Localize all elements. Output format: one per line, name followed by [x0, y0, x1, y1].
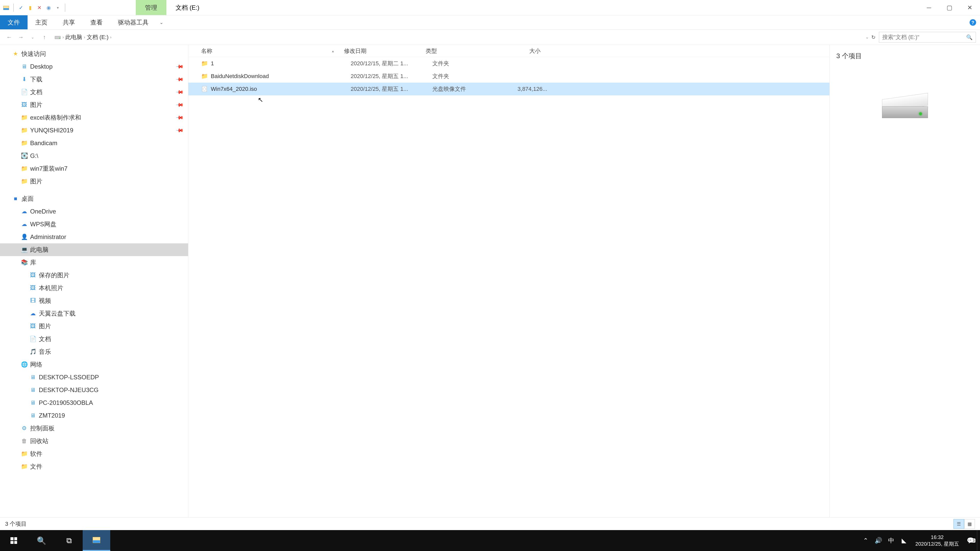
qat-customize-icon[interactable]: ◉ — [45, 4, 52, 11]
ribbon-tab-view[interactable]: 查看 — [83, 15, 110, 29]
nav-lib-music[interactable]: 音乐 — [0, 345, 188, 358]
ribbon-expand-icon[interactable]: ⌄ — [156, 15, 166, 29]
tray-volume-icon[interactable]: 🔊 — [872, 537, 885, 544]
nav-saved-pictures[interactable]: 保存的图片 — [0, 269, 188, 282]
nav-forward-button[interactable]: → — [16, 32, 26, 42]
nav-local-photos[interactable]: 本机照片 — [0, 282, 188, 294]
chevron-right-icon[interactable]: › — [110, 35, 111, 40]
column-size[interactable]: 大小 — [495, 47, 541, 55]
nav-excel-folder[interactable]: excel表格制作求和📌 — [0, 111, 188, 124]
maximize-button[interactable]: ▢ — [939, 0, 959, 15]
ribbon-tab-drive-tools[interactable]: 驱动器工具 — [110, 15, 156, 29]
contextual-tab-manage[interactable]: 管理 — [136, 0, 166, 15]
app-icon[interactable] — [3, 4, 10, 11]
close-button[interactable]: ✕ — [959, 0, 980, 15]
view-details-button[interactable]: ☰ — [953, 519, 964, 529]
nav-bandicam[interactable]: Bandicam — [0, 137, 188, 149]
nav-back-button[interactable]: ← — [4, 32, 14, 42]
folder-icon — [201, 60, 208, 67]
taskbar-search-button[interactable]: 🔍 — [27, 530, 55, 551]
pin-icon: 📌 — [175, 100, 184, 110]
column-modified[interactable]: 修改日期 — [344, 47, 426, 55]
nav-win7-reinstall[interactable]: win7重装win7 — [0, 162, 188, 175]
ribbon-tab-home[interactable]: 主页 — [27, 15, 55, 29]
nav-lib-documents[interactable]: 文档 — [0, 333, 188, 345]
nav-wps[interactable]: WPS网盘 — [0, 218, 188, 230]
nav-recycle-bin[interactable]: 回收站 — [0, 435, 188, 448]
navigation-pane[interactable]: 快速访问 Desktop📌 下载📌 文档📌 图片📌 excel表格制作求和📌 Y… — [0, 45, 188, 517]
drive-thumbnail — [880, 96, 931, 122]
breadcrumb-current[interactable]: 文档 (E:) — [85, 33, 110, 41]
search-icon[interactable]: 🔍 — [966, 34, 973, 40]
nav-net-pc-4[interactable]: ZMT2019 — [0, 409, 188, 422]
task-view-button[interactable]: ⧉ — [55, 530, 83, 551]
start-button[interactable] — [0, 530, 27, 551]
column-type[interactable]: 类型 — [426, 47, 495, 55]
file-type: 文件夹 — [432, 60, 501, 67]
nav-net-pc-3[interactable]: PC-20190530OBLA — [0, 396, 188, 409]
nav-net-pc-2[interactable]: DESKTOP-NJEU3CG — [0, 384, 188, 396]
nav-libraries[interactable]: 库 — [0, 256, 188, 269]
file-row[interactable]: BaiduNetdiskDownload 2020/12/25, 星期五 1..… — [188, 70, 829, 83]
nav-up-button[interactable]: ↑ — [39, 32, 49, 42]
nav-g-drive[interactable]: G:\ — [0, 149, 188, 162]
action-center-button[interactable]: 💬3 — [964, 537, 977, 544]
search-box[interactable]: 🔍 — [879, 32, 976, 43]
breadcrumb-drive-icon[interactable] — [53, 34, 62, 41]
nav-desktop-root[interactable]: 桌面 — [0, 192, 188, 205]
nav-control-panel[interactable]: 控制面板 — [0, 422, 188, 435]
tray-overflow-icon[interactable]: ⌃ — [859, 537, 872, 544]
tray-ime-indicator[interactable]: 中 — [885, 537, 897, 545]
tray-security-icon[interactable]: ◣ — [897, 537, 910, 544]
nav-downloads[interactable]: 下载📌 — [0, 73, 188, 86]
ribbon-tab-share[interactable]: 共享 — [55, 15, 83, 29]
search-input[interactable] — [882, 34, 966, 41]
nav-tianyi[interactable]: 天翼云盘下载 — [0, 307, 188, 320]
taskbar-explorer-button[interactable] — [83, 530, 110, 551]
nav-software[interactable]: 软件 — [0, 448, 188, 460]
ribbon-tab-file[interactable]: 文件 — [0, 15, 27, 29]
nav-network[interactable]: 网络 — [0, 358, 188, 371]
nav-quick-access[interactable]: 快速访问 — [0, 48, 188, 60]
nav-pictures[interactable]: 图片📌 — [0, 98, 188, 111]
qat-properties-icon[interactable]: ✓ — [18, 4, 24, 11]
file-date: 2020/12/25, 星期五 1... — [351, 73, 432, 80]
nav-files[interactable]: 文件 — [0, 460, 188, 473]
file-date: 2020/12/25, 星期五 1... — [351, 85, 432, 93]
taskbar-clock[interactable]: 16:32 2020/12/25, 星期五 — [910, 534, 964, 547]
nav-this-pc[interactable]: 此电脑 — [0, 243, 188, 256]
folder-icon — [21, 451, 27, 457]
qat-new-folder-icon[interactable]: ▮ — [27, 4, 34, 11]
nav-administrator[interactable]: Administrator — [0, 230, 188, 243]
minimize-button[interactable]: ─ — [919, 0, 939, 15]
nav-onedrive[interactable]: OneDrive — [0, 205, 188, 218]
breadcrumb[interactable]: › 此电脑 › 文档 (E:) › ⌄ ↻ — [51, 32, 877, 43]
nav-yunqishi[interactable]: YUNQISHI2019📌 — [0, 124, 188, 137]
show-desktop-button[interactable] — [977, 530, 980, 551]
folder-icon — [21, 165, 27, 172]
nav-videos[interactable]: 视频 — [0, 294, 188, 307]
nav-desktop[interactable]: Desktop📌 — [0, 60, 188, 73]
nav-documents[interactable]: 文档📌 — [0, 86, 188, 98]
view-large-icons-button[interactable]: ▦ — [964, 519, 975, 529]
refresh-icon[interactable]: ↻ — [871, 34, 876, 40]
nav-recent-dropdown[interactable]: ⌄ — [27, 32, 38, 42]
pictures-icon — [30, 272, 36, 279]
file-row-selected[interactable]: Win7x64_2020.iso 2020/12/25, 星期五 1... 光盘… — [188, 83, 829, 95]
qat-delete-icon[interactable]: ✕ — [36, 4, 43, 11]
address-history-dropdown[interactable]: ⌄ — [865, 35, 869, 40]
window-title: 文档 (E:) — [166, 0, 208, 15]
folder-icon — [21, 140, 27, 146]
column-name[interactable]: 名称▴ — [201, 47, 344, 55]
pictures-icon — [21, 102, 27, 108]
file-type: 文件夹 — [432, 73, 501, 80]
network-pc-icon — [30, 387, 36, 393]
nav-net-pc-1[interactable]: DESKTOP-LSSOEDP — [0, 371, 188, 384]
nav-lib-pictures[interactable]: 图片 — [0, 320, 188, 333]
qat-dropdown-icon[interactable]: ▾ — [54, 4, 61, 11]
document-icon — [21, 89, 27, 95]
breadcrumb-this-pc[interactable]: 此电脑 — [64, 33, 84, 41]
file-row[interactable]: 1 2020/12/15, 星期二 1... 文件夹 — [188, 57, 829, 70]
help-icon[interactable]: ? — [966, 15, 980, 29]
nav-pictures-2[interactable]: 图片 — [0, 175, 188, 188]
